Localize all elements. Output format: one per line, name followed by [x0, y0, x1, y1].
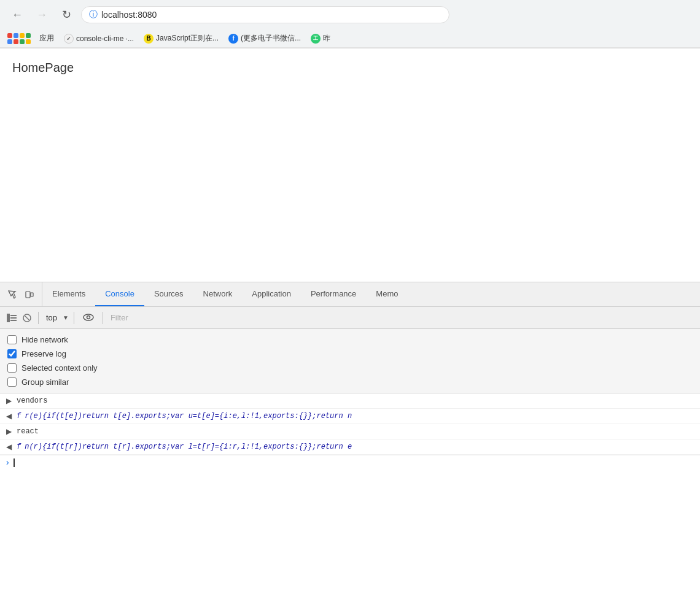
tab-console[interactable]: Console: [95, 282, 144, 306]
bookmark-console-cli-label: console-cli-me ·...: [76, 34, 134, 43]
collapse-func2-button[interactable]: ◀: [5, 443, 13, 451]
context-select-wrap[interactable]: top ▼: [44, 312, 69, 323]
bookmarks-bar: 应用 ✓ console-cli-me ·... B JavaScript正则在…: [0, 29, 700, 48]
bookmark-js-label: JavaScript正则在...: [156, 33, 219, 44]
browser-chrome: ← → ↻ ⓘ localhost:8080 应用 ✓ console-cli-…: [0, 0, 700, 48]
selected-context-label[interactable]: Selected context only: [21, 363, 98, 373]
info-icon: ⓘ: [89, 9, 98, 20]
bookmark-tool-label: 昨: [323, 33, 330, 44]
js-favicon: B: [144, 34, 154, 44]
refresh-button[interactable]: ↻: [56, 5, 76, 25]
devtools-toolbar: Elements Console Sources Network Applica…: [0, 282, 700, 307]
console-row-func1[interactable]: ◀ f r(e){if(t[e])return t[e].exports;var…: [0, 409, 700, 424]
hide-network-row: Hide network: [7, 333, 693, 347]
console-toolbar: top ▼: [0, 307, 700, 329]
toolbar-divider-2: [74, 312, 74, 324]
console-input-row[interactable]: ›: [0, 455, 700, 470]
expand-vendors-button[interactable]: ▶: [5, 396, 13, 405]
preserve-log-checkbox[interactable]: [7, 349, 17, 358]
hide-network-checkbox[interactable]: [7, 335, 17, 344]
tool-favicon: 工: [311, 34, 321, 44]
bookmark-tool[interactable]: 工 昨: [307, 32, 334, 45]
console-vendors-text: vendors: [17, 395, 47, 406]
svg-rect-4: [10, 317, 17, 319]
context-select[interactable]: top: [44, 312, 60, 323]
console-row-func2[interactable]: ◀ f n(r){if(t[r])return t[r].exports;var…: [0, 439, 700, 455]
selected-context-checkbox[interactable]: [7, 363, 17, 373]
toolbar-divider: [38, 312, 39, 324]
svg-rect-2: [7, 314, 10, 322]
tab-performance[interactable]: Performance: [301, 282, 366, 306]
svg-line-7: [25, 316, 29, 320]
forward-button[interactable]: →: [32, 5, 52, 25]
page-title: HomePage: [12, 61, 688, 75]
svg-rect-1: [31, 293, 33, 296]
console-options: Hide network Preserve log Selected conte…: [0, 329, 700, 393]
svg-rect-3: [10, 315, 17, 316]
bookmark-console-cli[interactable]: ✓ console-cli-me ·...: [60, 33, 138, 45]
console-react-text: react: [17, 426, 39, 437]
svg-rect-0: [26, 292, 30, 298]
bookmark-js[interactable]: B JavaScript正则在...: [140, 32, 222, 45]
console-cli-favicon: ✓: [64, 34, 74, 44]
device-icon[interactable]: [22, 287, 37, 302]
tab-elements[interactable]: Elements: [42, 282, 95, 306]
expand-react-button[interactable]: ▶: [5, 427, 13, 436]
selected-context-row: Selected context only: [7, 361, 693, 375]
console-row-vendors[interactable]: ▶ vendors: [0, 393, 700, 409]
toolbar-divider-3: [103, 312, 103, 324]
console-func1-text: r(e){if(t[e])return t[e].exports;var u=t…: [25, 411, 695, 422]
svg-point-8: [84, 314, 93, 320]
inspect-icon[interactable]: [5, 287, 20, 302]
apps-label[interactable]: 应用: [36, 32, 58, 45]
devtools-panel: Elements Console Sources Network Applica…: [0, 282, 700, 613]
console-func2-type: f: [17, 441, 21, 452]
console-func2-text: n(r){if(t[r])return t[r].exports;var l=t…: [25, 441, 695, 452]
group-similar-checkbox[interactable]: [7, 377, 17, 387]
apps-grid-icon: [7, 33, 31, 44]
cursor-blink: [14, 458, 15, 467]
filter-input[interactable]: [108, 312, 695, 323]
svg-point-9: [87, 315, 90, 319]
address-bar[interactable]: ⓘ localhost:8080: [81, 6, 449, 23]
preserve-log-row: Preserve log: [7, 347, 693, 361]
console-func1-type: f: [17, 411, 21, 422]
group-similar-label[interactable]: Group similar: [21, 377, 69, 387]
collapse-func1-button[interactable]: ◀: [5, 412, 13, 420]
nav-bar: ← → ↻ ⓘ localhost:8080: [0, 0, 700, 29]
back-button[interactable]: ←: [7, 5, 27, 25]
page-content: HomePage: [0, 48, 700, 282]
eye-button[interactable]: [79, 311, 98, 325]
console-output[interactable]: ▶ vendors ◀ f r(e){if(t[e])return t[e].e…: [0, 393, 700, 613]
svg-rect-5: [10, 320, 17, 321]
tab-sources[interactable]: Sources: [144, 282, 193, 306]
bookmark-feedly-label: (更多电子书微信...: [241, 33, 301, 44]
address-text: localhost:8080: [101, 10, 441, 20]
tab-network[interactable]: Network: [193, 282, 243, 306]
tab-application[interactable]: Application: [242, 282, 301, 306]
bookmark-feedly[interactable]: f (更多电子书微信...: [225, 32, 305, 45]
tab-memory[interactable]: Memo: [366, 282, 408, 306]
devtools-tabs: Elements Console Sources Network Applica…: [42, 282, 700, 306]
preserve-log-label[interactable]: Preserve log: [21, 349, 66, 358]
group-similar-row: Group similar: [7, 375, 693, 389]
dropdown-arrow-icon: ▼: [63, 314, 69, 321]
clear-console-button[interactable]: [21, 312, 33, 324]
devtools-icon-group: [0, 282, 42, 306]
feedly-favicon: f: [228, 34, 238, 44]
console-row-react[interactable]: ▶ react: [0, 424, 700, 439]
console-toolbar-left: [5, 312, 33, 324]
hide-network-label[interactable]: Hide network: [21, 335, 68, 344]
console-sidebar-toggle[interactable]: [5, 312, 18, 324]
prompt-icon: ›: [5, 458, 10, 468]
